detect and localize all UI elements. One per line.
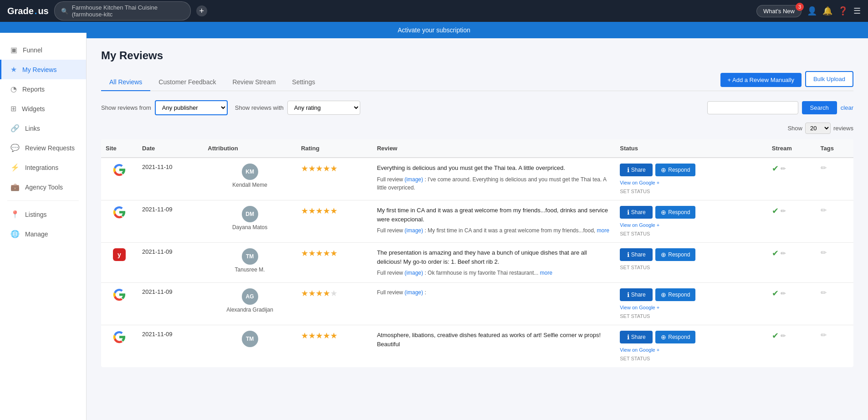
respond-button[interactable]: ⊕ Respond <box>655 164 695 176</box>
image-link[interactable]: (image) <box>404 270 423 276</box>
table-row: 2021-11-09 AG Alexandra Gradijan ★★★★★Fu… <box>101 283 853 325</box>
edit-tags-icon[interactable]: ✏ <box>821 249 827 256</box>
cell-tags: ✏ <box>816 158 853 200</box>
bulk-upload-button[interactable]: Bulk Upload <box>805 71 853 87</box>
star-filled: ★ <box>316 206 323 215</box>
edit-tags-icon[interactable]: ✏ <box>821 289 827 297</box>
whats-new-button[interactable]: What's New 3 <box>756 5 802 17</box>
search-button[interactable]: Search <box>802 101 837 114</box>
subscription-bar[interactable]: Activate your subscription <box>0 22 868 38</box>
tab-customer-feedback[interactable]: Customer Feedback <box>150 74 224 91</box>
sidebar-item-funnel[interactable]: ▣ Funnel <box>0 40 86 60</box>
share-button[interactable]: ℹ Share <box>620 206 653 219</box>
tab-settings[interactable]: Settings <box>284 74 323 91</box>
global-search-bar[interactable]: 🔍 Farmhouse Kitchen Thai Cuisine (farmho… <box>54 1 191 20</box>
publisher-select[interactable]: Any publisher <box>155 100 228 115</box>
star-filled: ★ <box>308 331 316 340</box>
sidebar-item-agency-tools[interactable]: 💼 Agency Tools <box>0 177 86 197</box>
bell-icon[interactable]: 🔔 <box>822 6 832 16</box>
set-status-link[interactable]: SET STATUS <box>620 189 650 194</box>
more-link[interactable]: more <box>597 227 609 234</box>
image-link[interactable]: (image) <box>404 227 423 234</box>
star-filled: ★ <box>323 249 330 258</box>
review-main-text: Atmosphere, libations, creative dishes f… <box>377 331 611 348</box>
nav-right-actions: What's New 3 👤 🔔 ❓ ☰ <box>756 5 861 17</box>
avatar: TM <box>242 248 258 265</box>
cell-rating: ★★★★★ <box>296 158 373 200</box>
cell-attribution: TM Tanusree M. <box>203 243 296 283</box>
edit-tags-icon[interactable]: ✏ <box>821 206 827 214</box>
star-filled: ★ <box>323 289 330 298</box>
tab-review-stream[interactable]: Review Stream <box>224 74 284 91</box>
share-button[interactable]: ℹ Share <box>620 164 653 176</box>
notification-badge: 3 <box>796 3 804 11</box>
star-filled: ★ <box>308 289 316 298</box>
tab-all-reviews[interactable]: All Reviews <box>101 74 150 91</box>
cell-site <box>101 158 138 200</box>
cell-review: My first time in CA and it was a great w… <box>373 200 616 243</box>
sidebar-item-my-reviews[interactable]: ★ My Reviews <box>0 60 86 79</box>
cell-review: Everything is delicious and you must get… <box>373 158 616 200</box>
sidebar-item-review-requests[interactable]: 💬 Review Requests <box>0 138 86 158</box>
image-link[interactable]: (image) <box>404 289 423 296</box>
avatar: TM <box>242 331 258 347</box>
edit-stream-icon[interactable]: ✏ <box>781 250 786 257</box>
user-icon[interactable]: 👤 <box>807 6 817 16</box>
sidebar-item-integrations[interactable]: ⚡ Integrations <box>0 158 86 177</box>
review-full-text: Full review (image) : Ok farmhouse is my… <box>377 269 611 277</box>
respond-icon: ⊕ <box>661 209 666 216</box>
star-filled: ★ <box>316 164 323 173</box>
sidebar-item-label: Manage <box>25 230 48 238</box>
set-status-link[interactable]: SET STATUS <box>620 231 650 236</box>
share-button[interactable]: ℹ Share <box>620 248 653 261</box>
respond-button[interactable]: ⊕ Respond <box>655 288 695 301</box>
view-on-google-link[interactable]: View on Google + <box>620 222 659 228</box>
star-icon: ★ <box>10 65 17 74</box>
view-on-google-link[interactable]: View on Google + <box>620 180 659 185</box>
respond-button[interactable]: ⊕ Respond <box>655 248 695 261</box>
sidebar-item-listings[interactable]: 📍 Listings <box>0 205 86 224</box>
edit-stream-icon[interactable]: ✏ <box>781 165 786 172</box>
more-link[interactable]: more <box>540 270 552 276</box>
app-logo[interactable]: Grade . us <box>7 6 49 16</box>
count-select[interactable]: 20 10 50 100 <box>805 123 831 134</box>
google-icon <box>106 331 133 343</box>
view-on-google-link[interactable]: View on Google + <box>620 305 659 310</box>
edit-stream-icon[interactable]: ✏ <box>781 332 786 339</box>
clear-link[interactable]: clear <box>841 104 853 111</box>
edit-stream-icon[interactable]: ✏ <box>781 290 786 297</box>
sidebar-item-links[interactable]: 🔗 Links <box>0 118 86 138</box>
share-button[interactable]: ℹ Share <box>620 331 653 343</box>
rating-select[interactable]: Any rating <box>287 101 360 115</box>
set-status-link[interactable]: SET STATUS <box>620 265 650 270</box>
funnel-icon: ▣ <box>10 46 17 54</box>
add-tab-button[interactable]: + <box>196 5 207 16</box>
share-button[interactable]: ℹ Share <box>620 288 653 301</box>
edit-tags-icon[interactable]: ✏ <box>821 164 827 172</box>
add-review-manually-button[interactable]: + Add a Review Manually <box>720 73 802 87</box>
cell-status: ℹ Share ⊕ Respond View on Google +SET ST… <box>615 283 767 325</box>
search-input[interactable] <box>707 101 798 114</box>
sidebar-item-manage[interactable]: 🌐 Manage <box>0 224 86 244</box>
publisher-filter-group: Show reviews from Any publisher <box>101 100 228 115</box>
sidebar-item-widgets[interactable]: ⊞ Widgets <box>0 99 86 118</box>
view-on-google-link[interactable]: View on Google + <box>620 347 659 353</box>
set-status-link[interactable]: SET STATUS <box>620 356 650 361</box>
sidebar-item-reports[interactable]: ◔ Reports <box>0 79 86 99</box>
cell-date: 2021-11-10 <box>138 158 203 200</box>
reviews-suffix: reviews <box>833 125 853 132</box>
set-status-link[interactable]: SET STATUS <box>620 313 650 319</box>
respond-button[interactable]: ⊕ Respond <box>655 331 695 343</box>
edit-stream-icon[interactable]: ✏ <box>781 207 786 215</box>
menu-icon[interactable]: ☰ <box>853 6 861 16</box>
image-link[interactable]: (image) <box>404 176 423 183</box>
help-icon[interactable]: ❓ <box>838 6 848 16</box>
cell-review: Full review (image) : <box>373 283 616 325</box>
edit-tags-icon[interactable]: ✏ <box>821 331 827 339</box>
show-label: Show <box>787 125 802 132</box>
from-label: Show reviews from <box>101 104 151 111</box>
star-filled: ★ <box>330 249 337 258</box>
cell-review: The presentation is amazing and they hav… <box>373 243 616 283</box>
respond-button[interactable]: ⊕ Respond <box>655 206 695 219</box>
cell-site <box>101 200 138 243</box>
